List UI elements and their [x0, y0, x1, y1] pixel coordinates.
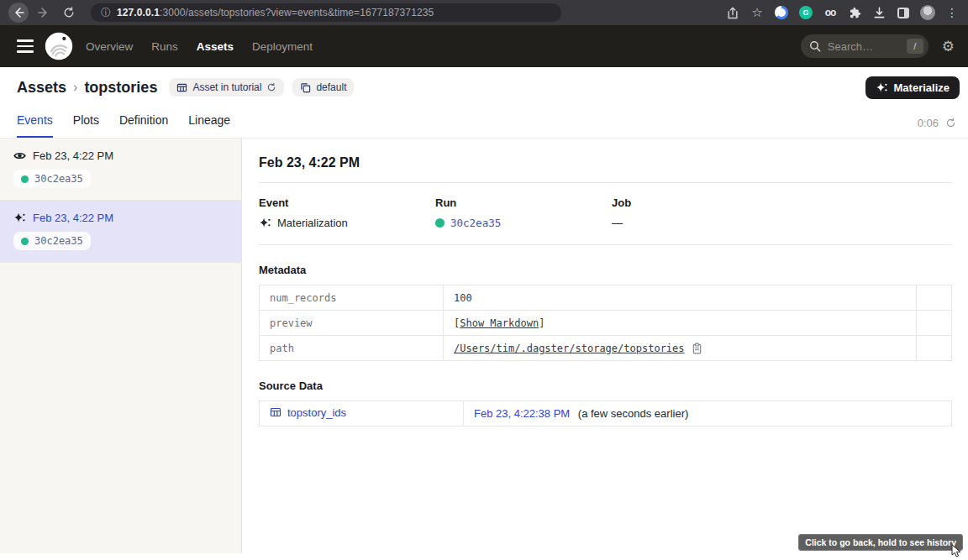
extensions-puzzle-button[interactable]: [847, 5, 862, 20]
nav-item-runs[interactable]: Runs: [151, 40, 178, 53]
settings-gear-icon[interactable]: ⚙: [942, 38, 955, 55]
puzzle-icon: [849, 7, 861, 19]
run-column: Run 30c2ea35: [435, 196, 612, 229]
event-run-pill[interactable]: 30c2ea35: [13, 232, 91, 250]
share-button[interactable]: [725, 5, 740, 20]
app-navbar: Overview Runs Assets Deployment Search… …: [0, 25, 968, 67]
address-bar[interactable]: ⓘ 127.0.0.1:3000/assets/topstories?view=…: [91, 3, 561, 22]
mouse-cursor: [951, 544, 962, 557]
search-icon: [809, 40, 821, 52]
metadata-key: preview: [260, 311, 444, 336]
browser-chrome: ⓘ 127.0.0.1:3000/assets/topstories?view=…: [0, 0, 968, 25]
source-time-link[interactable]: Feb 23, 4:22:38 PM: [474, 407, 570, 420]
metadata-value: [Show Markdown]: [444, 311, 917, 336]
metadata-value: /Users/tim/.dagster/storage/topstories: [444, 336, 917, 361]
browser-back-button[interactable]: [8, 3, 29, 23]
extension-blue-icon[interactable]: [775, 6, 788, 19]
metadata-table: num_records 100 preview [Show Markdown] …: [259, 285, 952, 361]
profile-button[interactable]: [920, 5, 935, 20]
breadcrumb: Assets › topstories: [17, 79, 157, 97]
forward-arrow-icon: [38, 7, 50, 18]
sparkle-icon: [13, 212, 26, 224]
table-row: path /Users/tim/.dagster/storage/topstor…: [260, 336, 952, 361]
site-info-icon[interactable]: ⓘ: [101, 6, 111, 20]
profile-avatar: [920, 5, 935, 20]
table-row: topstory_ids Feb 23, 4:22:38 PM (a few s…: [260, 401, 952, 427]
url-text: 127.0.0.1:3000/assets/topstories?view=ev…: [117, 7, 434, 18]
nav-item-assets[interactable]: Assets: [197, 40, 234, 53]
browser-forward-button[interactable]: [34, 3, 54, 23]
nav-item-overview[interactable]: Overview: [86, 40, 133, 53]
table-row: preview [Show Markdown]: [260, 311, 952, 336]
back-history-tooltip: Click to go back, hold to see history: [798, 534, 963, 551]
asset-group-tag[interactable]: default: [292, 78, 354, 97]
path-link[interactable]: /Users/tim/.dagster/storage/topstories: [454, 343, 685, 354]
materialize-button[interactable]: Materialize: [865, 76, 960, 99]
event-info-row: Event Materialization Run 30c2ea35 Job —: [259, 196, 952, 229]
refresh-icon[interactable]: [266, 82, 276, 92]
eye-icon: [13, 149, 26, 162]
bookmark-star-icon[interactable]: ☆: [750, 5, 765, 20]
breadcrumb-asset-name: topstories: [84, 79, 157, 97]
metadata-key: num_records: [260, 285, 444, 311]
event-list-item-materialization[interactable]: Feb 23, 4:22 PM 30c2ea35: [0, 201, 241, 263]
event-run-pill[interactable]: 30c2ea35: [13, 170, 91, 188]
show-markdown-link[interactable]: Show Markdown: [460, 317, 539, 329]
event-list-item-observation[interactable]: Feb 23, 4:22 PM 30c2ea35: [0, 139, 241, 201]
search-placeholder: Search…: [828, 40, 900, 53]
source-asset-link[interactable]: topstory_ids: [270, 406, 346, 419]
back-arrow-icon: [13, 7, 24, 18]
source-time-cell: Feb 23, 4:22:38 PM (a few seconds earlie…: [464, 401, 952, 427]
clipboard-copy-icon[interactable]: [692, 343, 702, 354]
asset-group-tag-label: default: [316, 81, 346, 93]
run-id-label: 30c2ea35: [34, 235, 83, 247]
source-time-note: (a few seconds earlier): [578, 407, 689, 420]
search-input[interactable]: Search… /: [801, 34, 929, 58]
tab-definition[interactable]: Definition: [119, 113, 168, 138]
asset-tags: Asset in tutorial default: [169, 78, 354, 97]
source-data-heading: Source Data: [259, 379, 952, 392]
side-panel-icon: [897, 8, 909, 18]
events-layout: Feb 23, 4:22 PM 30c2ea35 Feb 23, 4:22 PM…: [0, 139, 968, 553]
breadcrumb-assets-link[interactable]: Assets: [17, 79, 66, 97]
source-asset-name: topstory_ids: [287, 406, 346, 419]
metadata-extra-cell: [917, 311, 952, 336]
grammarly-extension-icon[interactable]: G: [799, 6, 813, 19]
run-id-link[interactable]: 30c2ea35: [450, 217, 501, 229]
event-column-label: Event: [259, 196, 435, 209]
divider: [259, 244, 952, 245]
downloads-button[interactable]: [871, 5, 886, 20]
download-icon: [873, 7, 886, 19]
source-asset-cell: topstory_ids: [260, 401, 464, 427]
hamburger-menu-button[interactable]: [17, 39, 34, 53]
run-column-label: Run: [435, 196, 612, 209]
dagster-logo: [44, 31, 74, 61]
bracket: ]: [539, 317, 544, 329]
job-column: Job —: [612, 196, 788, 229]
timer-refresh-icon[interactable]: [945, 118, 956, 128]
run-status-dot: [21, 238, 29, 245]
job-column-label: Job: [612, 196, 788, 209]
browser-menu-button[interactable]: ⋮: [944, 5, 960, 20]
tab-lineage[interactable]: Lineage: [188, 113, 230, 138]
search-shortcut-badge: /: [907, 39, 923, 54]
browser-reload-button[interactable]: [59, 3, 79, 23]
asset-tutorial-tag[interactable]: Asset in tutorial: [169, 78, 284, 97]
metadata-key: path: [260, 336, 444, 361]
side-panel-button[interactable]: [896, 5, 911, 20]
table-grid-icon: [176, 82, 187, 93]
nav-item-deployment[interactable]: Deployment: [252, 40, 313, 53]
goggles-extension-icon[interactable]: oo: [823, 5, 838, 20]
tab-plots[interactable]: Plots: [73, 113, 99, 138]
event-detail-title: Feb 23, 4:22 PM: [259, 155, 952, 170]
event-column: Event Materialization: [259, 196, 435, 229]
event-time-label: Feb 23, 4:22 PM: [33, 149, 113, 162]
navbar-right: Search… / ⚙: [801, 34, 955, 58]
reload-icon: [63, 7, 75, 18]
tab-events[interactable]: Events: [17, 113, 53, 138]
breadcrumb-separator: ›: [73, 80, 77, 95]
event-type-value: Materialization: [277, 217, 348, 229]
sparkle-icon: [876, 81, 888, 94]
group-copy-icon: [300, 82, 311, 93]
refresh-timer-value: 0:06: [918, 117, 939, 129]
